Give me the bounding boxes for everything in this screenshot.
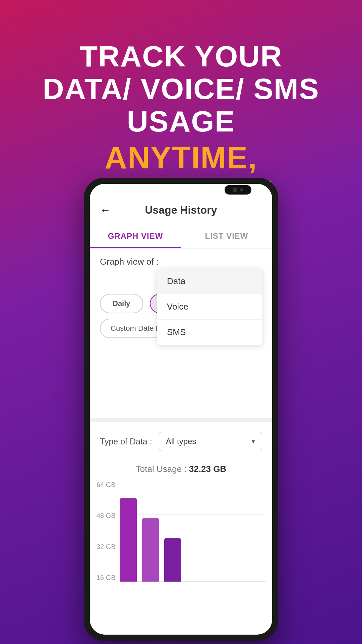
period-btn-daily[interactable]: Daily — [100, 294, 143, 313]
bar-chart: 64 GB 48 GB 32 GB 16 GB — [90, 481, 272, 635]
total-usage: Total Usage : 32.23 GB — [90, 461, 272, 481]
y-label-64: 64 GB — [97, 481, 116, 489]
total-usage-value: 32.23 GB — [189, 464, 226, 474]
type-of-data-label: Type of Data : — [100, 437, 152, 446]
hero-title-line1: TRACK YOUR — [20, 40, 342, 73]
hero-title-line2: DATA/ VOICE/ SMS USAGE — [20, 73, 342, 138]
gridline-2 — [120, 515, 265, 515]
type-of-data-select[interactable]: All types ▾ — [159, 432, 262, 451]
camera-dot-1 — [233, 187, 237, 192]
bar-2 — [142, 518, 159, 582]
dropdown-item-voice[interactable]: Voice — [157, 294, 262, 320]
gridline-1 — [120, 481, 265, 481]
y-label-48: 48 GB — [97, 512, 116, 520]
screen-content: ← Usage History GRAPH VIEW LIST VIEW Gra… — [90, 184, 272, 635]
tabs-row: GRAPH VIEW LIST VIEW — [90, 223, 272, 249]
chart-area: 64 GB 48 GB 32 GB 16 GB — [97, 481, 265, 582]
back-button[interactable]: ← — [100, 204, 111, 216]
dropdown-item-data[interactable]: Data — [157, 269, 262, 294]
chevron-down-icon: ▾ — [251, 437, 255, 446]
graph-section: Graph view of : Data Voice SMS Daily Mo…… — [90, 249, 272, 418]
tab-graph-view[interactable]: GRAPH VIEW — [90, 223, 181, 248]
type-of-data-value: All types — [166, 437, 196, 446]
y-label-32: 32 GB — [97, 543, 116, 551]
y-label-16: 16 GB — [97, 574, 116, 582]
type-of-data-row: Type of Data : All types ▾ — [90, 422, 272, 461]
camera-dot-2 — [240, 188, 243, 192]
section-separator — [90, 418, 272, 422]
y-axis-labels: 64 GB 48 GB 32 GB 16 GB — [97, 481, 116, 582]
graph-type-dropdown[interactable]: Data Voice SMS — [157, 269, 262, 345]
total-usage-label: Total Usage : — [136, 464, 187, 474]
dropdown-item-sms[interactable]: SMS — [157, 320, 262, 345]
phone-frame: ← Usage History GRAPH VIEW LIST VIEW Gra… — [84, 178, 278, 641]
tab-list-view[interactable]: LIST VIEW — [181, 223, 272, 248]
phone-mockup: ← Usage History GRAPH VIEW LIST VIEW Gra… — [84, 178, 278, 641]
bar-3 — [164, 538, 181, 582]
camera-pill — [225, 185, 251, 195]
phone-screen: ← Usage History GRAPH VIEW LIST VIEW Gra… — [90, 184, 272, 635]
screen-title: Usage History — [145, 204, 217, 216]
graph-view-of-label: Graph view of : — [100, 257, 262, 267]
bar-1 — [120, 498, 137, 582]
